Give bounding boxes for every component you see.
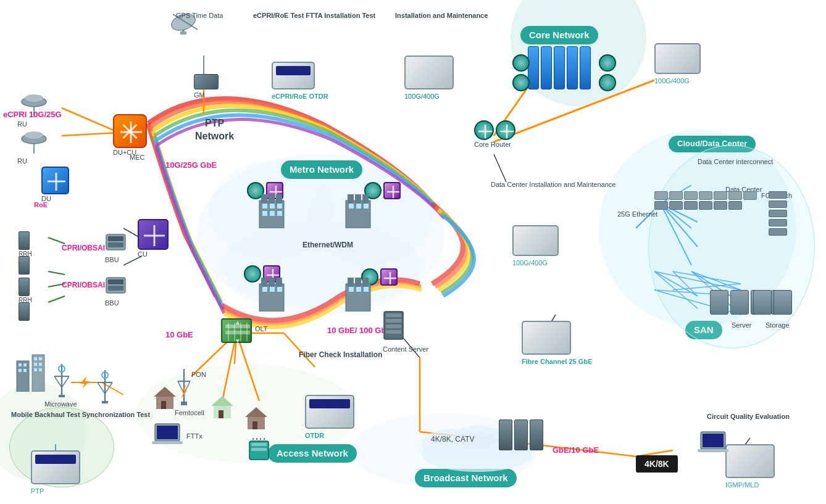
svg-rect-162	[703, 434, 724, 447]
svg-rect-143	[157, 426, 178, 439]
svg-rect-154	[386, 319, 401, 323]
svg-line-50	[48, 296, 65, 302]
svg-rect-114	[356, 287, 361, 292]
content-server: Content Server	[383, 308, 404, 345]
10gbe-100gbe-label: 10 GbE/ 100 GbE	[327, 326, 391, 336]
du-cu-box: DU+CU	[113, 114, 147, 148]
svg-line-10	[62, 133, 119, 136]
cu-box: CU	[138, 219, 169, 250]
dc-install-label: Data Center Installation and Maintenance	[491, 180, 615, 189]
svg-line-167	[62, 376, 69, 387]
laptop-device	[152, 423, 183, 448]
cpri-obsai-2: CPRI/OBSAI	[62, 281, 105, 291]
10g25g-label: 10G/25G GbE	[165, 160, 217, 171]
du-box: DU	[41, 167, 69, 194]
rrh1-bot	[19, 256, 30, 275]
bbu1: BBU	[105, 231, 127, 255]
svg-rect-182	[34, 357, 37, 360]
house1	[152, 386, 177, 413]
storage-boxes	[753, 290, 792, 315]
svg-rect-97	[355, 194, 361, 204]
svg-rect-99	[349, 204, 354, 209]
svg-marker-126	[236, 321, 240, 324]
core-router: Core Router	[474, 120, 515, 140]
svg-rect-181	[23, 369, 27, 372]
svg-rect-168	[59, 395, 65, 397]
otdr-instrument: OTDR	[305, 395, 354, 429]
svg-line-172	[98, 382, 105, 394]
svg-rect-185	[39, 363, 42, 366]
gps-label: GPS Time Data	[176, 11, 223, 20]
svg-rect-135	[161, 401, 166, 409]
ptp-instrument: PTP	[31, 450, 80, 484]
house2	[210, 395, 235, 422]
svg-rect-113	[349, 287, 354, 292]
4k8k-catv-label: 4K/8K, CATV	[431, 435, 474, 445]
svg-rect-110	[348, 278, 354, 287]
install-instrument: 100G/400G	[404, 56, 454, 89]
svg-line-173	[105, 382, 112, 394]
svg-rect-87	[269, 194, 275, 204]
svg-rect-90	[270, 204, 275, 209]
svg-rect-178	[19, 363, 22, 366]
section-badge-core-network: Core Network	[520, 26, 598, 44]
core-router-left2	[512, 74, 530, 91]
storage-label: Storage	[766, 321, 790, 329]
olt-device: OLT	[221, 318, 252, 343]
svg-line-9	[62, 108, 119, 133]
bbu2: BBU	[105, 275, 127, 299]
rrh1-top: RRH	[19, 231, 30, 250]
install-maint-label: Installation and Maintenance	[395, 11, 488, 20]
svg-rect-96	[348, 194, 354, 204]
core-router-right	[599, 54, 616, 72]
svg-rect-89	[262, 204, 267, 209]
ptp-network-label: PTPNetwork	[195, 117, 234, 143]
ecpri-otdr-instrument: eCPRI/RoE OTDR	[272, 62, 315, 89]
microwave-tower	[49, 364, 74, 400]
svg-rect-76	[108, 286, 123, 291]
svg-line-130	[178, 381, 184, 394]
metro-building-tl	[256, 191, 287, 231]
dc-server-grid	[654, 191, 766, 210]
svg-line-47	[48, 238, 65, 244]
diagram-container: Core Network Metro Network Access Networ…	[0, 0, 826, 504]
svg-marker-139	[245, 407, 267, 417]
core-router-right2	[599, 74, 616, 91]
svg-rect-121	[225, 331, 250, 334]
svg-rect-186	[34, 368, 37, 371]
house3	[244, 406, 269, 433]
fttx-label: FTTx	[186, 432, 202, 440]
cpri-obsai-1: CPRI/OBSAI	[62, 244, 105, 254]
dc-100g-instrument: 100G/400G	[512, 225, 559, 256]
fc-switch-stack	[769, 191, 787, 236]
section-badge-access-network: Access Network	[268, 444, 357, 463]
circuit-quality-label: Circuit Quality Evaluation	[707, 412, 790, 421]
cloud-dc-area	[648, 145, 815, 349]
svg-rect-58	[180, 31, 186, 35]
svg-rect-156	[386, 330, 401, 334]
core-router-left	[512, 54, 530, 72]
svg-line-166	[54, 376, 62, 387]
svg-rect-180	[19, 369, 22, 372]
gbe-10gbe-label: GbE/10 GbE	[553, 445, 599, 456]
svg-rect-98	[362, 194, 369, 204]
svg-rect-104	[269, 278, 275, 287]
svg-marker-136	[211, 396, 233, 406]
svg-rect-108	[277, 287, 282, 292]
svg-rect-120	[225, 324, 250, 328]
25g-eth-label: 25G Ethernet	[617, 210, 657, 218]
ethernet-wdm-label: Ethernet/WDM	[302, 241, 353, 250]
metro-building-tr	[343, 191, 373, 231]
svg-rect-179	[23, 363, 27, 366]
svg-rect-141	[252, 421, 257, 429]
server-label: Server	[732, 321, 751, 329]
svg-rect-88	[276, 194, 282, 204]
svg-rect-132	[181, 402, 187, 405]
gm-box: GM	[194, 74, 219, 89]
svg-rect-103	[261, 278, 267, 287]
svg-rect-174	[102, 401, 108, 403]
svg-rect-72	[108, 236, 123, 241]
mec-label: MEC	[130, 153, 144, 162]
svg-rect-101	[364, 204, 369, 209]
rrh2-top: RRH	[19, 278, 30, 296]
